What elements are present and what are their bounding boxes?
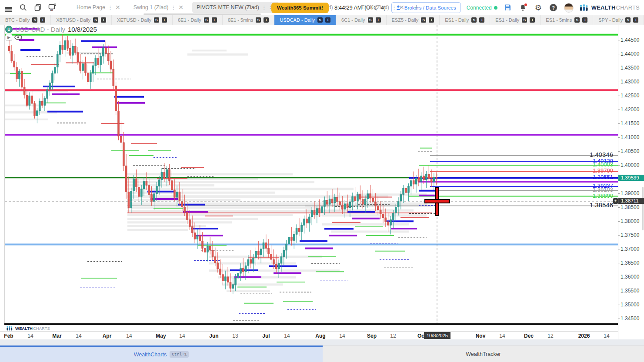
candle-body [161,172,163,179]
candle-body [224,277,226,281]
settings-gear-icon[interactable]: ⚙ [534,3,543,13]
kebab-menu-icon[interactable]: ⋮ [170,4,176,11]
scrollbar[interactable] [642,187,644,230]
app-window: AI Home Page⋮✕Swing 1 (Ziad)⋮✕PIVOTS MTF… [0,0,644,362]
pivot-price-label: 1.39790 [593,167,613,174]
symbol-tab-label: ES1 - Daily [445,17,469,23]
symbol-tab-xbtusd-daily[interactable]: XBTUSD - DailyST [51,15,112,25]
tab-strip-scrollbar[interactable] [143,13,261,15]
symbol-tab-esz5-daily[interactable]: ESZ5 - DailyST [387,15,440,25]
candle-body [214,257,216,263]
strategy-badge[interactable]: S [368,17,373,23]
svg-text:AI: AI [50,8,53,11]
volume-profile-band [127,218,258,220]
symbol-tab-xetusd-daily[interactable]: XETUSD - DailyST [112,15,173,25]
strategy-badge[interactable]: S [93,17,98,23]
brokers-data-sources-button[interactable]: Brokers / Data Sources [391,2,461,13]
trade-badge[interactable]: T [212,17,217,23]
panel-expand-icon[interactable]: ▶ [6,34,12,40]
candle-body [301,225,303,232]
candle-body [268,248,270,254]
time-axis-tick: 14 [339,333,345,339]
strategy-badge[interactable]: S [471,17,477,23]
strategy-badge[interactable]: S [317,17,323,23]
candle-body [181,201,183,207]
symbol-tab-spy-daily[interactable]: SPY - DailyST [593,15,644,25]
candle-body [72,46,73,55]
trade-badge[interactable]: T [429,17,434,23]
symbol-tab-es1-daily[interactable]: ES1 - DailyST [440,15,490,25]
trade-badge[interactable]: T [101,17,106,23]
candlestick-chart[interactable]: 1.403461.401381.400031.397901.395511.392… [5,25,618,325]
wealthcharts-app-button[interactable]: WealthChartsCtrl+1 [0,345,323,362]
wealthtracker-app-button[interactable]: WealthTracker [323,345,644,362]
candle-body [105,48,107,53]
symbol-tab-6e1-5mins[interactable]: 6E1 - 5minsST [223,15,275,25]
strategy-badge[interactable]: S [154,17,159,23]
chart-plot-area[interactable]: 1.403461.401381.400031.397901.395511.392… [4,25,618,325]
symbol-tab-btc-daily[interactable]: BTC - DailyST [0,15,51,25]
time-axis-tick: 14 [126,333,132,339]
candle-body [13,61,15,67]
workspace-tab-2[interactable]: PIVOTS MTF NEW (Ziad)⋮✕ [192,2,278,13]
save-icon[interactable] [503,3,513,13]
close-icon[interactable]: ✕ [178,4,184,11]
candle-body [133,179,135,191]
user-avatar[interactable] [564,3,574,13]
help-icon[interactable]: ? [549,3,558,13]
chart-watermark: WEALTHCHARTS [6,325,50,331]
close-icon[interactable]: ✕ [115,4,120,11]
volume-profile-band [331,230,409,232]
trade-badge[interactable]: T [40,17,45,23]
candle-body [387,222,389,225]
strategy-badge[interactable]: S [32,17,37,23]
workspace-tab-0[interactable]: Home Page⋮✕ [72,2,125,13]
candle-body [347,204,348,208]
symbol-tab-6e1-daily[interactable]: 6E1 - DailyST [173,15,223,25]
trade-badge[interactable]: T [479,17,484,23]
candle-body [128,192,130,208]
trade-badge[interactable]: T [582,17,587,23]
strategy-badge[interactable]: S [256,17,261,23]
kebab-menu-icon[interactable]: ⋮ [107,4,113,11]
time-axis-tick: 12 [390,333,396,339]
trade-badge[interactable]: T [530,17,535,23]
price-axis-tick: 1.36500 [621,260,639,266]
price-axis[interactable]: 1.39539 +1.38711 1.445001.440001.435001.… [618,25,644,339]
volume-profile-band [127,221,232,223]
trade-badge[interactable]: T [325,17,330,23]
time-axis-tick: Dec [524,333,534,339]
candle-body [273,259,274,264]
trade-badge[interactable]: T [264,17,269,23]
strategy-badge[interactable]: S [625,17,631,23]
notifications-bell-icon[interactable] [518,3,528,13]
wealth365-summit-button[interactable]: Wealth365 Summit! [271,3,329,13]
trade-badge[interactable]: T [376,17,381,23]
candle-body [298,228,300,232]
candle-body [49,83,51,90]
trade-badge[interactable]: T [633,17,638,23]
symbol-tab-label: USDCAD - Daily [280,17,315,23]
strategy-badge[interactable]: S [574,17,580,23]
symbol-tab-usdcad-daily[interactable]: USDCAD - DailyST [274,15,336,25]
candle-body [67,40,69,48]
symbol-tab-6c1-daily[interactable]: 6C1 - DailyST [336,15,386,25]
workspace-tab-1[interactable]: Swing 1 (Ziad)⋮✕ [129,2,188,13]
candle-body [377,206,379,210]
candle-body [316,209,318,215]
symbol-tab-es1-daily[interactable]: ES1 - DailyST [490,15,541,25]
search-icon[interactable] [17,1,30,14]
strategy-badge[interactable]: S [522,17,527,23]
time-axis[interactable]: 10/8/2025 Feb14Mar14Apr14May14Jun13Jul14… [0,331,644,339]
ai-chat-icon[interactable]: AI [46,1,59,14]
trade-badge[interactable]: T [162,17,167,23]
symbol-tab-es1-5mins[interactable]: ES1 - 5minsST [541,15,593,25]
candle-body [311,210,313,217]
copy-pages-icon[interactable] [31,1,44,14]
strategy-badge[interactable]: S [204,17,209,23]
strategy-badge[interactable]: S [421,17,426,23]
kebab-menu-icon[interactable]: ⋮ [261,4,267,11]
candle-body [158,180,160,186]
menu-icon[interactable] [2,1,15,14]
eye-icon[interactable] [14,34,23,40]
